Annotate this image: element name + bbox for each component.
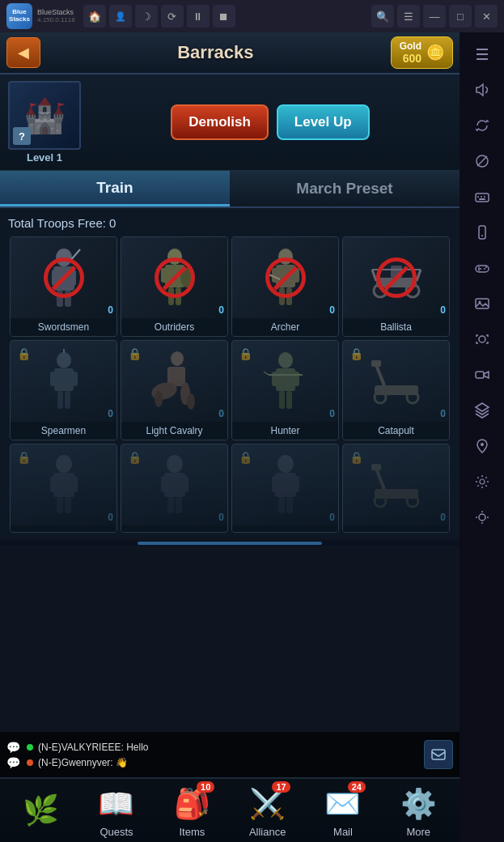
bottom-navigation: 🌿 📖 Quests 🎒 10 Items ⚔️ 17 Alliance [0,777,460,842]
svg-point-13 [485,266,487,268]
alliance-label: Alliance [249,826,286,838]
troop-card-catapult[interactable]: 🔒 0 Catapult [342,340,450,440]
more-icon-wrap: ⚙️ [397,783,439,825]
lock-12-icon: 🔒 [348,449,364,466]
sidebar-gamepad-icon[interactable] [467,253,498,283]
bs-search-icon[interactable]: 🔍 [371,5,394,28]
svg-line-1 [477,156,487,166]
sidebar-screenshot-icon[interactable] [467,324,498,355]
more-icon: ⚙️ [400,787,437,821]
svg-point-12 [484,268,485,270]
chat-icon-1: 💬 [6,741,20,754]
svg-rect-57 [71,372,78,386]
svg-rect-69 [276,368,295,391]
nav-quests[interactable]: 📖 Quests [78,783,154,838]
svg-rect-83 [50,476,57,492]
tab-train[interactable]: Train [0,171,230,206]
hunter-count: 0 [329,408,335,419]
troop-card-locked-9[interactable]: 🔒 0 [10,444,117,533]
bs-moon-icon[interactable]: ☽ [135,5,158,28]
catapult-name: Catapult [343,422,449,440]
demolish-button[interactable]: Demolish [171,104,269,140]
troop-card-swordsmen[interactable]: 0 Swordsmen [10,236,117,337]
sidebar-record-icon[interactable] [467,359,498,390]
svg-rect-99 [375,489,418,499]
no-entry-ballista [376,257,417,298]
light-cavalry-image: 🔒 0 [121,341,227,422]
sidebar-phone-icon[interactable] [467,217,498,248]
bluestacks-bar: BlueStacks BlueStacks 4.150.0.1118 🏠 👤 ☽… [0,0,504,32]
tab-march-preset[interactable]: March Preset [230,171,460,206]
sidebar-gallery-icon[interactable] [467,288,498,319]
locked-12-image: 🔒 0 [343,444,449,525]
back-button[interactable]: ◀ [6,37,40,68]
bs-refresh-icon[interactable]: ⟳ [161,5,184,28]
lock-catapult-icon: 🔒 [348,346,364,362]
bs-maximize-icon[interactable]: □ [449,5,472,28]
troop-card-ballista[interactable]: 0 Ballista [342,236,450,337]
sidebar-slash-icon[interactable] [467,146,498,176]
svg-point-62 [171,351,184,366]
right-sidebar [460,32,504,842]
troop-card-hunter[interactable]: 🔒 0 Hunter [231,340,339,440]
bs-minimize-icon[interactable]: — [423,5,446,28]
svg-rect-76 [375,385,418,395]
svg-point-19 [479,514,485,521]
bs-pause-icon[interactable]: ⏸ [187,5,210,28]
no-entry-archer [265,257,306,298]
bs-user-icon[interactable]: 👤 [109,5,132,28]
svg-rect-91 [167,497,174,513]
locked-9-count: 0 [108,512,113,523]
landscape-icon: 🌿 [23,793,59,827]
troop-card-locked-12[interactable]: 🔒 0 [342,444,450,533]
landscape-icon-wrap: 🌿 [20,789,62,831]
app-name: BlueStacks [37,9,75,16]
sidebar-location-icon[interactable] [467,431,498,461]
bs-close-icon[interactable]: ✕ [475,5,498,28]
sidebar-rotate-icon[interactable] [467,110,498,141]
mail-icon-wrap: ✉️ 24 [322,783,364,825]
svg-point-54 [57,352,71,368]
nav-alliance[interactable]: ⚔️ 17 Alliance [230,783,305,838]
troop-card-archer[interactable]: 0 Archer [231,236,339,337]
bs-stop-icon[interactable]: ⏹ [213,5,235,28]
nav-items[interactable]: 🎒 10 Items [155,783,230,838]
svg-rect-90 [181,476,188,492]
troop-card-locked-11[interactable]: 🔒 0 [231,444,339,533]
sidebar-expand-icon[interactable] [467,39,498,70]
locked-12-name [343,525,449,532]
nav-landscape[interactable]: 🌿 [3,789,78,831]
locked-10-image: 🔒 0 [121,444,227,525]
hunter-image: 🔒 0 [232,341,338,422]
sidebar-volume-icon[interactable] [467,74,498,105]
locked-11-image: 🔒 0 [232,444,338,525]
levelup-button[interactable]: Level Up [277,104,370,140]
building-row: 🏰 ? Level 1 Demolish Level Up [0,74,460,171]
lock-hunter-icon: 🔒 [237,346,253,362]
alliance-icon-wrap: ⚔️ 17 [247,783,289,825]
troop-card-outriders[interactable]: 0 Outriders [121,236,228,337]
chat-send-button[interactable] [424,740,453,769]
quests-icon-wrap: 📖 [95,783,138,825]
troop-card-spearmen[interactable]: 🔒 0 Spearmen [10,340,117,440]
svg-rect-85 [57,497,63,513]
tabs-row: Train March Preset [0,171,460,208]
spearmen-count: 0 [108,408,113,419]
svg-rect-74 [279,391,285,409]
sidebar-keyboard-icon[interactable] [467,181,498,212]
sidebar-brightness-icon[interactable] [467,502,498,533]
bs-home-icon[interactable]: 🏠 [83,5,106,28]
chat-bar: 💬 (N-E)VALKYRIEEE: Hello 💬 (N-E)Gwennyve… [0,732,460,777]
svg-point-81 [56,455,72,473]
sidebar-settings-icon[interactable] [467,466,498,497]
locked-9-name [11,525,116,532]
nav-more[interactable]: ⚙️ More [381,783,456,838]
bs-menu-icon[interactable]: ☰ [397,5,420,28]
locked-10-name [121,525,227,532]
troop-card-locked-10[interactable]: 🔒 0 [121,444,228,533]
mail-badge: 24 [348,781,366,793]
gold-label: Gold [400,40,421,52]
nav-mail[interactable]: ✉️ 24 Mail [305,783,380,838]
sidebar-layers-icon[interactable] [467,395,498,426]
troop-card-light-cavalry[interactable]: 🔒 0 Light Cavalry [121,340,228,440]
